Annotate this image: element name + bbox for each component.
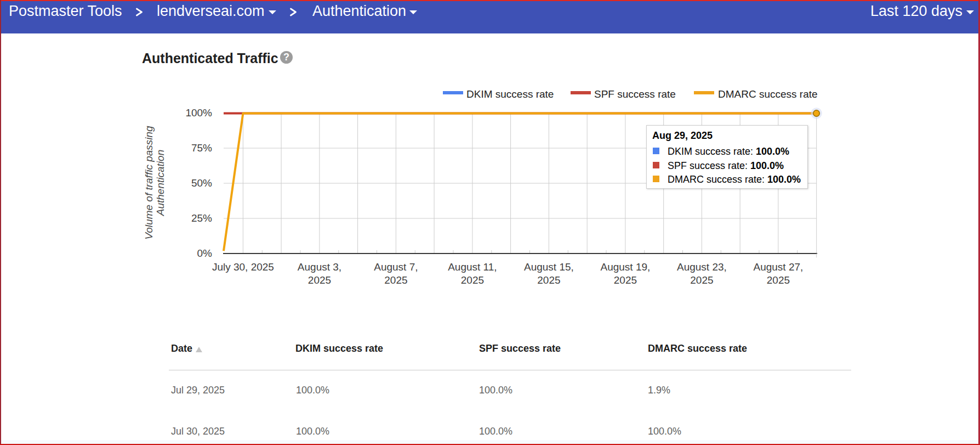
svg-text:Authentication: Authentication <box>155 150 166 216</box>
svg-text:2025: 2025 <box>461 274 484 286</box>
svg-text:2025: 2025 <box>690 274 713 286</box>
svg-text:August 7,: August 7, <box>374 261 418 273</box>
svg-text:August 11,: August 11, <box>448 261 497 273</box>
svg-text:0%: 0% <box>197 247 213 259</box>
svg-text:Volume of traffic passing: Volume of traffic passing <box>143 126 155 240</box>
svg-text:August 19,: August 19, <box>600 261 650 273</box>
svg-text:August 23,: August 23, <box>677 261 727 273</box>
svg-text:August 27,: August 27, <box>753 261 803 273</box>
svg-text:2025: 2025 <box>308 274 331 286</box>
svg-text:100%: 100% <box>185 107 212 119</box>
svg-text:2025: 2025 <box>384 274 407 286</box>
svg-text:25%: 25% <box>191 212 212 224</box>
svg-text:50%: 50% <box>191 177 212 189</box>
svg-text:2025: 2025 <box>537 274 560 286</box>
svg-text:July 30, 2025: July 30, 2025 <box>212 261 274 273</box>
svg-text:August 3,: August 3, <box>298 261 341 273</box>
svg-text:2025: 2025 <box>767 274 790 286</box>
svg-text:75%: 75% <box>191 142 212 154</box>
svg-text:2025: 2025 <box>614 274 637 286</box>
svg-text:August 15,: August 15, <box>524 261 574 273</box>
